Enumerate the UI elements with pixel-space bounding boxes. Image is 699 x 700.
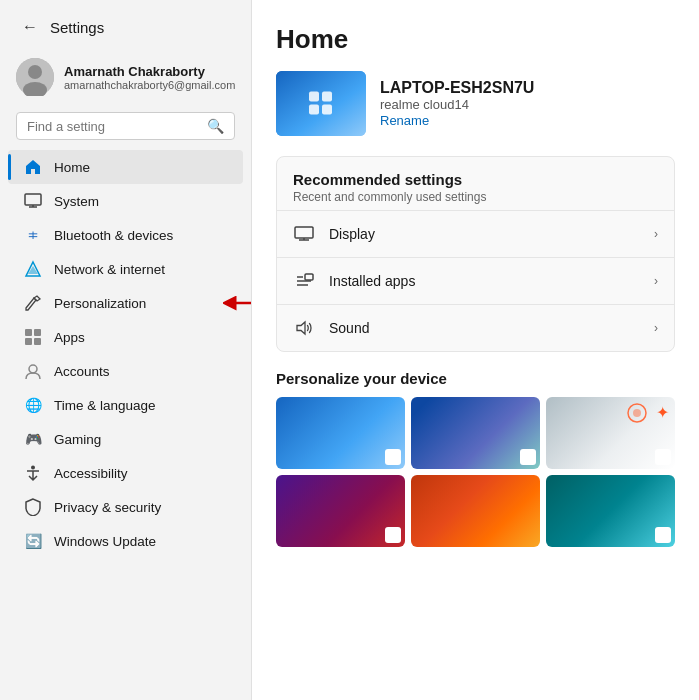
time-icon: 🌐 (24, 396, 42, 414)
svg-point-1 (28, 65, 42, 79)
svg-rect-26 (305, 274, 313, 280)
sidebar-item-accounts[interactable]: Accounts (8, 354, 243, 388)
search-input[interactable] (27, 119, 201, 134)
svg-rect-11 (25, 338, 32, 345)
page-title: Home (276, 24, 675, 55)
svg-point-30 (633, 409, 641, 417)
sidebar-item-label: Accounts (54, 364, 110, 379)
setting-label: Sound (329, 320, 640, 336)
sidebar-item-label: Home (54, 160, 90, 175)
sidebar-item-personalization[interactable]: Personalization (8, 286, 243, 320)
sidebar-title: Settings (50, 19, 104, 36)
landscape-icon: ✦ (656, 403, 669, 422)
svg-rect-28 (522, 452, 534, 462)
sidebar-item-label: Apps (54, 330, 85, 345)
wallpaper-5[interactable] (411, 475, 540, 547)
svg-rect-19 (322, 105, 332, 115)
svg-rect-27 (387, 452, 399, 462)
wallpaper-3[interactable]: ✦ (546, 397, 675, 469)
svg-rect-3 (25, 194, 41, 205)
apps-icon (24, 328, 42, 346)
annotation-arrow (223, 292, 252, 314)
sidebar-item-accessibility[interactable]: Accessibility (8, 456, 243, 490)
selected-badge (655, 449, 671, 465)
network-icon (24, 260, 42, 278)
personalize-title: Personalize your device (276, 370, 675, 387)
device-info: LAPTOP-ESH2SN7U realme cloud14 Rename (380, 79, 534, 128)
personalization-icon (24, 294, 42, 312)
personalize-section: Personalize your device ✦ (276, 370, 675, 547)
sidebar-item-home[interactable]: Home (8, 150, 243, 184)
svg-rect-15 (276, 71, 366, 136)
setting-row-sound[interactable]: Sound › (277, 304, 674, 351)
sidebar-item-gaming[interactable]: 🎮 Gaming (8, 422, 243, 456)
user-profile[interactable]: Amarnath Chakraborty amarnathchakraborty… (0, 50, 251, 108)
sidebar-item-label: Gaming (54, 432, 101, 447)
svg-point-13 (29, 365, 37, 373)
section-title: Recommended settings (293, 171, 658, 188)
selected-badge (385, 527, 401, 543)
sidebar-nav: Home System ⧧ Bluetooth & devices Networ… (0, 150, 251, 558)
sidebar-item-privacy[interactable]: Privacy & security (8, 490, 243, 524)
wallpaper-4[interactable] (276, 475, 405, 547)
sidebar-item-apps[interactable]: Apps (8, 320, 243, 354)
sidebar-item-label: Network & internet (54, 262, 165, 277)
svg-rect-10 (34, 329, 41, 336)
user-email: amarnathchakraborty6@gmail.com (64, 79, 235, 91)
user-name: Amarnath Chakraborty (64, 64, 235, 79)
svg-point-14 (31, 466, 35, 470)
main-content: Home (252, 0, 699, 700)
sidebar-header: ← Settings (0, 12, 251, 50)
chevron-icon: › (654, 321, 658, 335)
search-box[interactable]: 🔍 (16, 112, 235, 140)
windows-update-icon: 🔄 (24, 532, 42, 550)
sidebar-item-network[interactable]: Network & internet (8, 252, 243, 286)
wallpaper-2[interactable] (411, 397, 540, 469)
selected-badge (385, 449, 401, 465)
svg-rect-31 (657, 452, 669, 462)
sidebar-item-label: System (54, 194, 99, 209)
sidebar-item-label: Bluetooth & devices (54, 228, 173, 243)
device-model: realme cloud14 (380, 97, 534, 112)
home-icon (24, 158, 42, 176)
sidebar: ← Settings Amarnath Chakraborty amarnath… (0, 0, 252, 700)
back-button[interactable]: ← (16, 16, 44, 38)
avatar (16, 58, 54, 96)
sidebar-item-label: Personalization (54, 296, 146, 311)
svg-rect-32 (387, 530, 399, 540)
wallpaper-6[interactable] (546, 475, 675, 547)
svg-rect-9 (25, 329, 32, 336)
search-icon: 🔍 (207, 118, 224, 134)
sidebar-item-windows-update[interactable]: 🔄 Windows Update (8, 524, 243, 558)
gallery-icon (627, 403, 647, 423)
sidebar-item-label: Privacy & security (54, 500, 161, 515)
setting-row-installed-apps[interactable]: Installed apps › (277, 257, 674, 304)
wallpaper-1[interactable] (276, 397, 405, 469)
system-icon (24, 192, 42, 210)
rename-link[interactable]: Rename (380, 113, 429, 128)
display-icon (293, 223, 315, 245)
chevron-icon: › (654, 227, 658, 241)
sound-icon (293, 317, 315, 339)
privacy-icon (24, 498, 42, 516)
sidebar-item-time[interactable]: 🌐 Time & language (8, 388, 243, 422)
recommended-settings-card: Recommended settings Recent and commonly… (276, 156, 675, 352)
selected-badge (520, 449, 536, 465)
device-name: LAPTOP-ESH2SN7U (380, 79, 534, 97)
section-header: Recommended settings Recent and commonly… (277, 157, 674, 210)
svg-rect-12 (34, 338, 41, 345)
chevron-icon: › (654, 274, 658, 288)
sidebar-item-label: Windows Update (54, 534, 156, 549)
setting-row-display[interactable]: Display › (277, 210, 674, 257)
accessibility-icon (24, 464, 42, 482)
device-thumbnail (276, 71, 366, 136)
sidebar-item-system[interactable]: System (8, 184, 243, 218)
sidebar-item-label: Accessibility (54, 466, 128, 481)
accounts-icon (24, 362, 42, 380)
selected-badge (655, 527, 671, 543)
sidebar-item-bluetooth[interactable]: ⧧ Bluetooth & devices (8, 218, 243, 252)
svg-rect-20 (295, 227, 313, 238)
device-card: LAPTOP-ESH2SN7U realme cloud14 Rename (276, 71, 675, 136)
svg-rect-18 (309, 105, 319, 115)
active-indicator (8, 154, 11, 180)
